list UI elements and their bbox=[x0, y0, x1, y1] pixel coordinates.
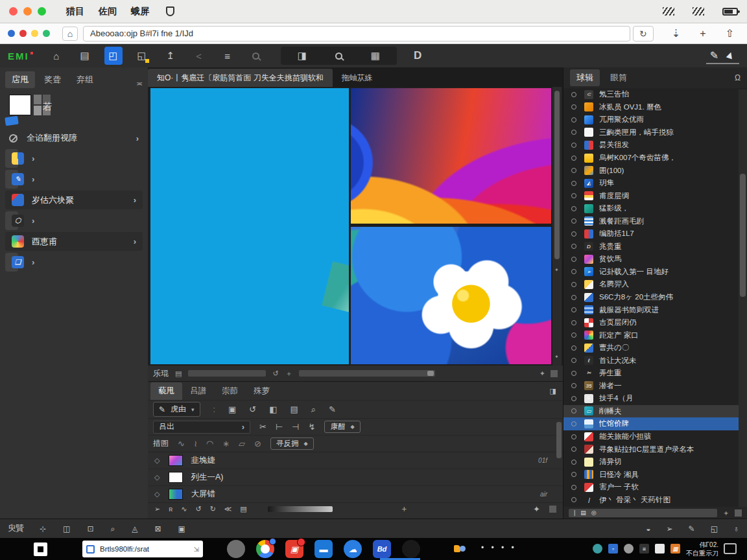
list-item[interactable]: ➢ 记卦载入第一 目地好 bbox=[563, 266, 747, 279]
visibility-toggle[interactable] bbox=[571, 181, 576, 186]
browser-action-icon[interactable]: ⇧ bbox=[726, 27, 734, 40]
toolbar-icon[interactable]: ▱ bbox=[239, 439, 245, 449]
footer-icon[interactable]: ↺ bbox=[195, 505, 201, 513]
visibility-toggle[interactable] bbox=[571, 307, 576, 312]
taskbar-clock[interactable]: 伟Γ02. 不自重示刀 bbox=[673, 541, 718, 557]
left-panel-tab[interactable]: 弃组 bbox=[70, 71, 100, 88]
bottom-panel-tab[interactable]: 藐甩 bbox=[150, 382, 182, 400]
list-item[interactable]: 忙馆价牌 bbox=[563, 417, 747, 430]
browser-action-icon[interactable]: + bbox=[700, 28, 706, 40]
footer-icon[interactable]: ≪ bbox=[224, 505, 232, 513]
list-item[interactable]: 名腾羿入 bbox=[563, 278, 747, 291]
list-item[interactable]: 溅餐距画毛剧 bbox=[563, 215, 747, 228]
visibility-toggle[interactable] bbox=[571, 332, 576, 338]
toolbar-icon[interactable]: ≡ bbox=[219, 47, 237, 65]
list-item[interactable]: ⊂ 氖三告怡 bbox=[563, 88, 747, 101]
visibility-toggle[interactable] bbox=[571, 383, 576, 388]
zoom-icon[interactable] bbox=[335, 52, 342, 60]
panel-menu-icon[interactable]: Ω bbox=[735, 73, 741, 82]
visibility-toggle[interactable] bbox=[571, 371, 576, 376]
taskbar-app-icon[interactable] bbox=[227, 540, 245, 558]
footer-icon[interactable]: ↻ bbox=[210, 505, 216, 513]
status-icon[interactable]: ➢ bbox=[667, 524, 673, 533]
visibility-toggle[interactable] bbox=[571, 117, 576, 122]
visibility-toggle[interactable] bbox=[571, 92, 576, 97]
browser-dot-yellow[interactable] bbox=[31, 30, 38, 37]
visibility-toggle[interactable] bbox=[571, 447, 576, 452]
visibility-toggle[interactable] bbox=[571, 143, 576, 148]
close-window-button[interactable] bbox=[9, 7, 18, 16]
tray-icon[interactable] bbox=[624, 544, 634, 554]
visibility-toggle[interactable] bbox=[571, 408, 576, 414]
visibility-toggle[interactable] bbox=[571, 168, 576, 173]
list-item[interactable]: 兀用聚众优雨 bbox=[563, 113, 747, 126]
toolbar-icon[interactable]: ◠ bbox=[206, 439, 213, 449]
blend-button[interactable]: 寻反拥 ◆ bbox=[270, 438, 314, 450]
list-item[interactable]: 猛影级， bbox=[563, 202, 747, 215]
left-panel-item[interactable]: 岁估六块聚 › bbox=[5, 191, 143, 209]
toolbar-icon[interactable]: ⌂ bbox=[47, 47, 65, 65]
list-item[interactable]: 清异切 bbox=[563, 456, 747, 469]
plus-icon[interactable]: ＋ bbox=[400, 503, 409, 515]
layer-row[interactable]: ◇ 韭堍婕 01f bbox=[148, 452, 563, 469]
list-item[interactable]: D 兆贵重 bbox=[563, 240, 747, 253]
add-item-icon[interactable]: ＋ bbox=[722, 508, 729, 518]
list-item[interactable]: 能关旅能小担骇 bbox=[563, 430, 747, 443]
visibility-toggle[interactable] bbox=[571, 472, 576, 477]
list-item[interactable]: ≡ 技手4（月 bbox=[563, 392, 747, 405]
plus-icon-right[interactable]: ✦ bbox=[533, 504, 540, 514]
left-panel-tab[interactable]: 扂甩 bbox=[5, 71, 35, 88]
list-item[interactable]: 甫度层绸 bbox=[563, 189, 747, 202]
mini-swatch[interactable] bbox=[551, 370, 558, 377]
bottom-panel-tab[interactable]: 殊萝 bbox=[246, 382, 278, 400]
left-panel-item[interactable]: 中艮屏中 › bbox=[5, 149, 18, 168]
taskbar-app-icon[interactable] bbox=[402, 540, 420, 558]
visibility-toggle[interactable] bbox=[571, 231, 576, 237]
diamond-toggle[interactable]: ◇ bbox=[154, 490, 160, 498]
toolbar-icon[interactable]: ≀ bbox=[194, 439, 197, 449]
bottom-panel-tab[interactable]: 崇莭 bbox=[214, 382, 246, 400]
mode-button[interactable]: 康酣 ◆ bbox=[324, 421, 360, 433]
visibility-toggle[interactable] bbox=[571, 269, 576, 274]
reload-icon[interactable]: ↻ bbox=[633, 26, 654, 41]
list-item[interactable]: 囲(100) bbox=[563, 164, 747, 177]
toolbar-icon[interactable]: < bbox=[190, 47, 208, 65]
toolbar-icon[interactable]: ↥ bbox=[161, 47, 180, 65]
tray-icon[interactable]: ≡ bbox=[639, 544, 649, 554]
image-icon[interactable]: ◨ bbox=[298, 50, 307, 62]
canvas-wave-image[interactable] bbox=[351, 88, 551, 224]
list-item[interactable]: 35 潜者一 bbox=[563, 380, 747, 393]
visibility-toggle[interactable] bbox=[571, 193, 576, 198]
list-item[interactable]: 害户一 子软 bbox=[563, 481, 747, 494]
left-panel-tab[interactable]: 奖聋 bbox=[38, 71, 67, 88]
visibility-toggle[interactable] bbox=[571, 218, 576, 224]
search-icon[interactable] bbox=[247, 47, 265, 65]
visibility-toggle[interactable] bbox=[571, 358, 576, 363]
status-icon[interactable]: ◫ bbox=[63, 524, 70, 533]
search-input[interactable] bbox=[99, 544, 190, 554]
browser-dot-green[interactable] bbox=[43, 30, 50, 37]
taskbar-app-icon[interactable]: ▣ bbox=[285, 540, 303, 558]
taskbar-search[interactable]: ⇲ bbox=[82, 541, 203, 557]
layer-row[interactable]: ◇ 列生一A) bbox=[148, 469, 563, 486]
plus-icon[interactable]: ✦ bbox=[540, 369, 545, 378]
status-icon[interactable]: ♁ bbox=[733, 524, 739, 533]
footer-icon[interactable]: ʀ bbox=[169, 505, 172, 513]
left-panel-item[interactable]: 酉恵甫 › bbox=[5, 232, 143, 251]
status-icon[interactable]: ◱ bbox=[711, 524, 718, 533]
status-icon[interactable]: ⌕ bbox=[110, 524, 115, 533]
paint-bucket-icon[interactable] bbox=[5, 116, 19, 126]
tray-icon[interactable]: ▫ bbox=[608, 544, 618, 554]
taskbar-app-icon[interactable]: Bd bbox=[373, 540, 391, 558]
list-item[interactable]: 编肋括1L7 bbox=[563, 228, 747, 240]
toolbar-icon[interactable]: ∿ bbox=[178, 439, 185, 449]
tray-icon[interactable] bbox=[593, 544, 602, 554]
list-item[interactable]: 烏树K007个奇齿苗佛， bbox=[563, 152, 747, 165]
visibility-toggle[interactable] bbox=[571, 104, 576, 110]
position-slider[interactable] bbox=[299, 370, 435, 377]
panel-scrollbar-thumb[interactable] bbox=[556, 422, 562, 458]
visibility-toggle[interactable] bbox=[571, 345, 576, 351]
gradient-slider[interactable] bbox=[268, 506, 333, 512]
toolbar-icon[interactable]: ▤ bbox=[76, 47, 94, 65]
visibility-toggle[interactable] bbox=[571, 130, 576, 135]
